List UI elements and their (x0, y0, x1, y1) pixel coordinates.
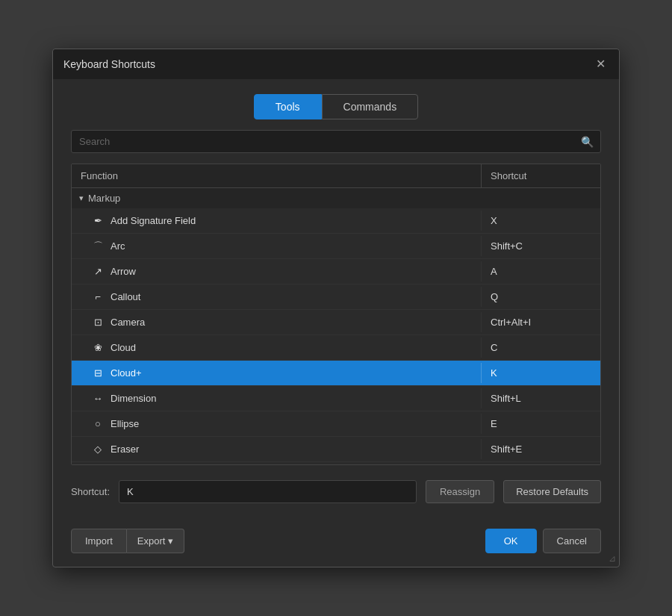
table-row[interactable]: ⊡ Camera Ctrl+Alt+I (72, 310, 600, 335)
table-row[interactable]: ⌐ Callout Q (72, 284, 600, 310)
tab-commands[interactable]: Commands (322, 94, 419, 119)
row-label: Dimension (111, 393, 156, 404)
cancel-button[interactable]: Cancel (543, 529, 601, 553)
dialog-titlebar: Keyboard Shortcuts ✕ (53, 49, 619, 79)
row-icon: ↗ (91, 265, 105, 279)
row-icon: ⌒ (91, 240, 105, 253)
row-shortcut: Q (481, 287, 600, 307)
dialog-body: Tools Commands 🔍 Function Shortcut ▾ Mar… (53, 79, 619, 520)
footer-right: OK Cancel (485, 529, 601, 553)
row-icon: ○ (91, 417, 105, 431)
table-row[interactable]: ⌒ Arc Shift+C (72, 234, 600, 259)
table-body: ▾ Markup ✒ Add Signature Field X ⌒ Arc S… (72, 188, 600, 464)
col-header-function: Function (72, 164, 481, 187)
shortcuts-table: Function Shortcut ▾ Markup ✒ Add Signatu… (71, 164, 601, 465)
row-label: Arrow (111, 266, 136, 277)
row-shortcut: X (481, 211, 600, 231)
row-icon: ⊟ (91, 367, 105, 380)
table-row[interactable]: ○ Ellipse E (72, 411, 600, 437)
table-header: Function Shortcut (72, 164, 600, 188)
dialog-footer: Import Export ▾ OK Cancel (53, 520, 619, 567)
chevron-down-icon: ▾ (79, 193, 84, 203)
row-function: ↔ Dimension (72, 388, 481, 410)
section-markup[interactable]: ▾ Markup (72, 188, 600, 208)
tab-tools[interactable]: Tools (254, 94, 322, 119)
close-button[interactable]: ✕ (593, 57, 609, 72)
row-shortcut: C (481, 337, 600, 358)
table-row[interactable]: ↗ Arrow A (72, 259, 600, 284)
row-icon: ✒ (91, 214, 105, 228)
reassign-button[interactable]: Reassign (426, 480, 494, 503)
row-function: ⌐ Callout (72, 286, 481, 308)
row-label: Cloud+ (111, 367, 142, 379)
row-icon: ◇ (91, 443, 105, 456)
search-row: 🔍 (71, 130, 601, 153)
table-row[interactable]: ◇ Eraser Shift+E (72, 437, 600, 462)
row-function: ◇ Eraser (72, 438, 481, 461)
row-shortcut: Shift+L (481, 388, 600, 408)
row-shortcut: Ctrl+Alt+I (481, 312, 600, 332)
row-label: Cloud (111, 342, 136, 353)
row-icon: ❀ (91, 341, 105, 355)
row-function: 📎 File Attachment (72, 464, 481, 465)
row-function: ○ Ellipse (72, 413, 481, 435)
table-row[interactable]: 📎 File Attachment F (72, 462, 600, 464)
shortcut-editor: Shortcut: Reassign Restore Defaults (71, 476, 601, 505)
section-markup-label: Markup (88, 193, 120, 204)
table-row[interactable]: ✒ Add Signature Field X (72, 208, 600, 234)
row-function: ✒ Add Signature Field (72, 210, 481, 232)
row-label: Add Signature Field (111, 215, 196, 226)
shortcut-editor-label: Shortcut: (71, 486, 110, 497)
row-shortcut: Shift+E (481, 439, 600, 459)
row-function: ⊡ Camera (72, 311, 481, 334)
row-label: Ellipse (111, 418, 139, 429)
tabs-row: Tools Commands (71, 94, 601, 119)
row-function: ⌒ Arc (72, 235, 481, 258)
row-shortcut: K (481, 363, 600, 383)
row-icon: ⊡ (91, 316, 105, 329)
ok-button[interactable]: OK (485, 529, 537, 553)
export-label: Export (137, 535, 166, 547)
shortcut-input[interactable] (119, 480, 417, 503)
restore-defaults-button[interactable]: Restore Defaults (503, 480, 601, 503)
resize-handle: ⊿ (609, 553, 616, 564)
row-label: Callout (111, 291, 140, 302)
row-shortcut: A (481, 261, 600, 281)
row-label: Eraser (111, 444, 139, 455)
import-button[interactable]: Import (71, 529, 127, 553)
row-shortcut: Shift+C (481, 236, 600, 256)
dialog-title: Keyboard Shortcuts (63, 58, 155, 70)
row-function: ⊟ Cloud+ (72, 362, 481, 385)
row-label: Arc (111, 240, 125, 252)
row-icon: ↔ (91, 392, 105, 405)
footer-left: Import Export ▾ (71, 529, 184, 553)
col-header-shortcut: Shortcut (481, 164, 600, 187)
export-button[interactable]: Export ▾ (127, 529, 185, 553)
row-icon: ⌐ (91, 290, 105, 304)
keyboard-shortcuts-dialog: Keyboard Shortcuts ✕ Tools Commands 🔍 Fu… (52, 49, 620, 567)
export-chevron-icon: ▾ (168, 535, 173, 547)
row-shortcut: E (481, 414, 600, 434)
row-function: ↗ Arrow (72, 261, 481, 283)
row-function: ❀ Cloud (72, 337, 481, 359)
search-input[interactable] (71, 130, 601, 153)
table-row[interactable]: ⊟ Cloud+ K (72, 361, 600, 386)
table-row[interactable]: ↔ Dimension Shift+L (72, 386, 600, 411)
row-label: Camera (111, 317, 145, 328)
table-row[interactable]: ❀ Cloud C (72, 335, 600, 361)
